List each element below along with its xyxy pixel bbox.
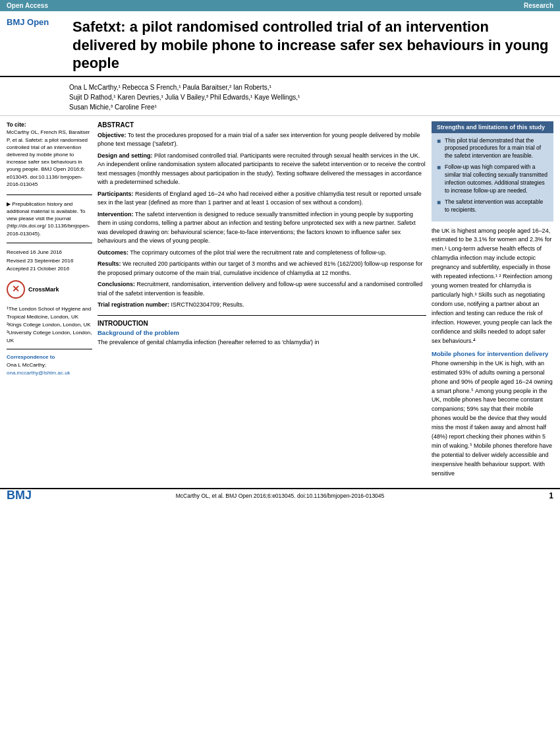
conclusions-text: Recruitment, randomisation, intervention… bbox=[98, 281, 422, 297]
strength-item-1: ■ This pilot trial demonstrated that the… bbox=[437, 137, 548, 161]
introduction-title: INTRODUCTION bbox=[98, 320, 426, 327]
dates-section: Received 16 June 2016 Revised 23 Septemb… bbox=[7, 249, 92, 274]
strength-text-3: The safetxt intervention was acceptable … bbox=[445, 198, 548, 214]
to-cite-label: To cite: bbox=[7, 121, 26, 128]
outcomes-text: The coprimary outcomes of the pilot tria… bbox=[130, 249, 386, 256]
crossmark-text: CrossMark bbox=[28, 285, 59, 294]
abstract-divider bbox=[98, 315, 426, 316]
affiliations: ¹The London School of Hygiene and Tropic… bbox=[7, 305, 92, 345]
abstract-intervention: Intervention: The safetxt intervention i… bbox=[98, 210, 426, 246]
design-label: Design and setting: bbox=[98, 152, 153, 159]
conclusions-label: Conclusions: bbox=[98, 281, 135, 287]
strengths-body: ■ This pilot trial demonstrated that the… bbox=[432, 133, 553, 222]
authors-line1: Ona L McCarthy,¹ Rebecca S French,¹ Paul… bbox=[69, 82, 553, 92]
abstract-trial: Trial registration number: ISRCTN0230470… bbox=[98, 301, 426, 310]
main-title: Safetxt: a pilot randomised controlled t… bbox=[72, 18, 553, 73]
crossmark-icon: ✕ bbox=[7, 280, 25, 299]
participants-label: Participants: bbox=[98, 191, 134, 197]
prepub-section: ▶ Prepublication history and additional … bbox=[7, 200, 92, 237]
correspondence-label: Correspondence to bbox=[7, 353, 92, 361]
prepub-arrow: ▶ bbox=[7, 201, 11, 207]
objective-text: To test the procedures proposed for a ma… bbox=[98, 132, 420, 148]
to-cite-section: To cite: McCarthy OL, French RS, Baraits… bbox=[7, 121, 92, 188]
page-number: 1 bbox=[549, 491, 553, 500]
authors-line2: Sujit D Rathod,¹ Karen Devries,¹ Julia V… bbox=[69, 92, 553, 102]
bottom-bmj-logo: BMJ bbox=[7, 489, 32, 502]
correspondence-section: Correspondence to Ona L McCarthy; ona.mc… bbox=[7, 353, 92, 377]
mobile-phones-text: Phone ownership in the UK is high, with … bbox=[432, 359, 553, 479]
crossmark-section: ✕ CrossMark bbox=[7, 280, 92, 299]
affiliation-2: ²Kings College London, London, UK bbox=[7, 321, 92, 329]
authors: Ona L McCarthy,¹ Rebecca S French,¹ Paul… bbox=[0, 77, 560, 116]
strengths-header: Strengths and limitations of this study bbox=[432, 121, 553, 133]
outcomes-label: Outcomes: bbox=[98, 249, 128, 256]
trial-label: Trial registration number: bbox=[98, 301, 169, 308]
prepub-text: Prepublication history and additional ma… bbox=[7, 201, 90, 237]
sidebar-divider-1 bbox=[7, 194, 92, 195]
abstract-title: ABSTRACT bbox=[98, 121, 426, 129]
center-column: ABSTRACT Objective: To test the procedur… bbox=[98, 121, 426, 483]
open-access-label: Open Access bbox=[7, 2, 48, 9]
content-area: To cite: McCarthy OL, French RS, Baraits… bbox=[0, 116, 560, 488]
abstract-text: Objective: To test the procedures propos… bbox=[98, 131, 426, 310]
bottom-citation: McCarthy OL, et al. BMJ Open 2016;6:e013… bbox=[176, 493, 385, 499]
right-column: Strengths and limitations of this study … bbox=[432, 121, 553, 483]
strength-bullet-2: ■ bbox=[437, 163, 442, 172]
results-label: Results: bbox=[98, 260, 121, 267]
intervention-text: The safetxt intervention is designed to … bbox=[98, 211, 416, 245]
abstract-results: Results: We recruited 200 participants w… bbox=[98, 260, 426, 278]
bmj-logo: BMJ Open bbox=[7, 18, 66, 73]
received-date: Received 16 June 2016 bbox=[7, 249, 92, 257]
abstract-section: ABSTRACT Objective: To test the procedur… bbox=[98, 121, 426, 310]
correspondence-email: ona.mccarthy@lshtm.ac.uk bbox=[7, 369, 92, 377]
revised-date: Revised 23 September 2016 bbox=[7, 257, 92, 266]
trial-text: ISRCTN02304709; Results. bbox=[171, 301, 244, 308]
abstract-conclusions: Conclusions: Recruitment, randomisation,… bbox=[98, 280, 426, 298]
authors-line3: Susan Michie,³ Caroline Free¹ bbox=[69, 102, 553, 112]
participants-text: Residents of England aged 16–24 who had … bbox=[98, 191, 422, 206]
affiliation-3: ³University College London, London, UK bbox=[7, 329, 92, 345]
correspondence-name: Ona L McCarthy; bbox=[7, 361, 92, 369]
top-bar: Open Access Research bbox=[0, 0, 560, 11]
aff-divider bbox=[7, 349, 92, 349]
accepted-date: Accepted 21 October 2016 bbox=[7, 265, 92, 274]
abstract-design: Design and setting: Pilot randomised con… bbox=[98, 152, 426, 187]
background-text: The prevalence of genital chlamydia infe… bbox=[98, 338, 426, 347]
header: BMJ Open Safetxt: a pilot randomised con… bbox=[0, 11, 560, 77]
mobile-phones-title: Mobile phones for intervention delivery bbox=[432, 350, 553, 357]
research-label: Research bbox=[524, 2, 553, 9]
abstract-participants: Participants: Residents of England aged … bbox=[98, 190, 426, 208]
intervention-label: Intervention: bbox=[98, 211, 134, 218]
bottom-bar: BMJ McCarthy OL, et al. BMJ Open 2016;6:… bbox=[0, 488, 560, 502]
objective-label: Objective: bbox=[98, 132, 126, 138]
left-sidebar: To cite: McCarthy OL, French RS, Baraits… bbox=[7, 121, 92, 483]
to-cite-text: McCarthy OL, French RS, Baraitser P, et … bbox=[7, 129, 92, 188]
right-body-text: the UK is highest among people aged 16–2… bbox=[432, 227, 553, 346]
strength-bullet-1: ■ bbox=[437, 136, 442, 146]
strength-bullet-3: ■ bbox=[437, 198, 442, 207]
strength-text-1: This pilot trial demonstrated that the p… bbox=[445, 137, 548, 161]
background-subtitle: Background of the problem bbox=[98, 329, 426, 336]
strength-item-3: ■ The safetxt intervention was acceptabl… bbox=[437, 198, 548, 214]
abstract-objective: Objective: To test the procedures propos… bbox=[98, 131, 426, 149]
strength-item-2: ■ Follow-up was high compared with a sim… bbox=[437, 164, 548, 195]
strength-text-2: Follow-up was high compared with a simil… bbox=[445, 164, 548, 195]
abstract-outcomes: Outcomes: The coprimary outcomes of the … bbox=[98, 249, 426, 258]
strengths-box: Strengths and limitations of this study … bbox=[432, 121, 553, 222]
sidebar-divider-2 bbox=[7, 243, 92, 243]
introduction-section: INTRODUCTION Background of the problem T… bbox=[98, 320, 426, 347]
results-text: We recruited 200 participants within our… bbox=[98, 260, 423, 276]
affiliation-1: ¹The London School of Hygiene and Tropic… bbox=[7, 305, 92, 321]
